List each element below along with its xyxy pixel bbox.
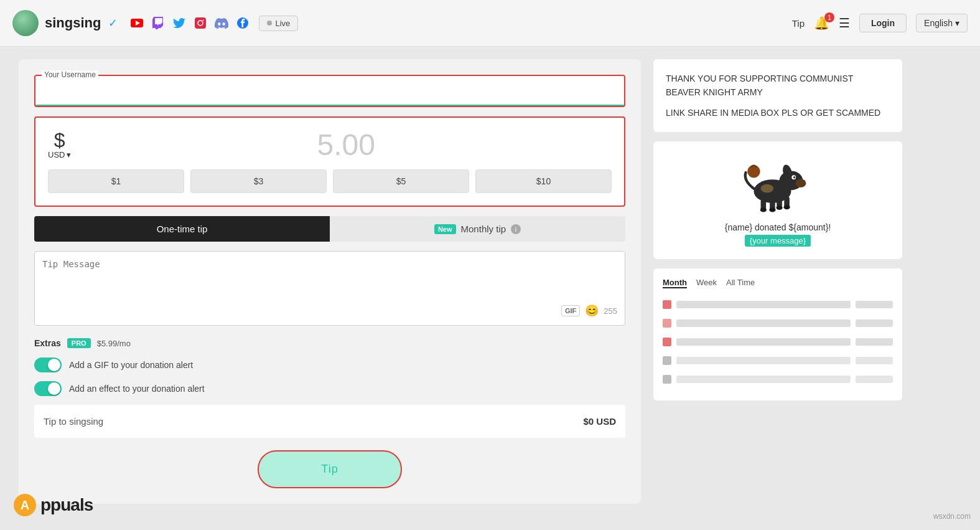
svg-rect-3	[157, 19, 158, 22]
quick-amounts: $1 $3 $5 $10	[48, 169, 612, 193]
lb-row-3	[663, 335, 893, 349]
svg-point-22	[776, 206, 782, 210]
gif-button[interactable]: GIF	[561, 305, 580, 316]
lb-tab-alltime[interactable]: All Time	[726, 278, 755, 288]
lb-name-blur-2	[676, 319, 851, 327]
svg-point-19	[761, 184, 774, 193]
announcement-line1: THANK YOU FOR SUPPORTING COMMUNIST BEAVE…	[666, 72, 890, 100]
mascot-box: {name} donated ${amount}! {your message}	[653, 141, 902, 259]
amount-top: $ USD ▾ 5.00	[48, 130, 612, 160]
avatar	[12, 10, 39, 36]
lb-row-1	[663, 298, 893, 311]
currency-block: $ USD ▾	[48, 130, 71, 159]
donation-template: {name} donated ${amount}! {your message}	[725, 222, 831, 247]
quick-amount-10[interactable]: $10	[475, 169, 612, 193]
svg-rect-4	[195, 17, 206, 29]
announcement-line2: LINK SHARE IN MEDIA BOX PLS OR GET SCAMM…	[666, 106, 890, 120]
notif-badge: 1	[824, 12, 834, 22]
lb-amount-blur-2	[856, 319, 893, 327]
mascot-image	[740, 154, 815, 216]
monthly-tip-button[interactable]: New Monthly tip i	[330, 216, 625, 242]
gif-toggle[interactable]	[34, 357, 62, 372]
effect-toggle-row: Add an effect to your donation alert	[34, 381, 625, 396]
lb-row-2	[663, 316, 893, 330]
effect-toggle[interactable]	[34, 381, 62, 396]
quick-amount-1[interactable]: $1	[48, 169, 184, 193]
menu-icon[interactable]: ☰	[839, 16, 850, 31]
tip-btn-wrap: Tip	[34, 450, 625, 488]
appuals-logo: A ppuals	[12, 493, 93, 518]
svg-rect-2	[159, 19, 161, 22]
live-dot	[267, 21, 272, 26]
lb-rank-dot-4	[663, 356, 671, 365]
tip-button[interactable]: Tip	[258, 450, 401, 488]
watermark-text: wsxdn.com	[933, 512, 971, 521]
tip-message-wrap: GIF 😊 255	[34, 251, 625, 326]
verified-icon: ✓	[108, 16, 118, 30]
twitch-icon[interactable]	[151, 16, 165, 30]
lb-amount-blur-1	[856, 301, 893, 308]
currency-selector[interactable]: USD ▾	[48, 150, 71, 159]
tip-message-input[interactable]	[42, 259, 617, 296]
lb-row-5	[663, 372, 893, 386]
tip-message-actions: GIF 😊 255	[42, 304, 617, 318]
amount-section: $ USD ▾ 5.00 $1 $3 $5 $10	[34, 116, 625, 207]
username-input[interactable]	[35, 76, 624, 106]
svg-point-18	[747, 165, 760, 178]
gif-toggle-label: Add a GIF to your donation alert	[69, 360, 193, 370]
live-badge[interactable]: Live	[259, 16, 298, 31]
leaderboard-tabs: Month Week All Time	[663, 278, 893, 288]
effect-toggle-thumb	[48, 382, 60, 395]
tip-amount-display: $0 USD	[583, 416, 616, 427]
effect-toggle-label: Add an effect to your donation alert	[69, 384, 205, 394]
announcement-text: THANK YOU FOR SUPPORTING COMMUNIST BEAVE…	[666, 72, 890, 120]
twitter-icon[interactable]	[172, 16, 186, 30]
lb-rank-dot-1	[663, 300, 671, 309]
tip-to-row: Tip to singsing $0 USD	[34, 405, 625, 438]
lb-amount-blur-3	[856, 338, 893, 346]
header-left: singsing ✓	[12, 10, 298, 36]
header-right: Tip 🔔 1 ☰ Login English ▾	[792, 14, 968, 32]
username-field-wrap: Your Username	[34, 75, 625, 107]
emoji-button[interactable]: 😊	[585, 304, 599, 318]
currency-chevron-icon: ▾	[67, 150, 71, 159]
notification-icon[interactable]: 🔔 1	[814, 16, 829, 31]
quick-amount-3[interactable]: $3	[190, 169, 327, 193]
youtube-icon[interactable]	[130, 16, 144, 30]
extras-label: Extras	[34, 338, 61, 348]
right-panel: THANK YOU FOR SUPPORTING COMMUNIST BEAVE…	[653, 59, 902, 504]
facebook-icon[interactable]	[236, 16, 250, 30]
lb-rank-dot-5	[663, 375, 671, 384]
gif-toggle-thumb	[48, 359, 60, 371]
dollar-sign-icon: $	[54, 130, 65, 150]
language-button[interactable]: English ▾	[916, 14, 968, 32]
svg-point-21	[769, 208, 775, 212]
left-panel: Your Username $ USD ▾ 5.00 $1 $3 $5 $10	[19, 59, 641, 504]
new-badge: New	[434, 224, 456, 234]
username-field-label: Your Username	[42, 70, 98, 79]
header: singsing ✓	[0, 0, 980, 47]
appuals-text: ppuals	[40, 495, 93, 515]
lb-name-blur-3	[676, 338, 851, 346]
quick-amount-5[interactable]: $5	[333, 169, 469, 193]
one-time-tip-button[interactable]: One-time tip	[34, 216, 330, 242]
pro-price: $5.99/mo	[97, 339, 131, 348]
main-content: Your Username $ USD ▾ 5.00 $1 $3 $5 $10	[0, 47, 980, 516]
lb-rank-dot-3	[663, 338, 671, 346]
tip-link[interactable]: Tip	[792, 18, 805, 29]
mascot-svg	[740, 154, 815, 212]
chevron-down-icon: ▾	[955, 18, 959, 28]
login-button[interactable]: Login	[859, 14, 907, 32]
info-icon[interactable]: i	[511, 224, 521, 234]
lb-tab-month[interactable]: Month	[663, 278, 687, 288]
lb-amount-blur-4	[856, 357, 893, 364]
svg-text:A: A	[21, 498, 29, 512]
char-count: 255	[604, 306, 617, 316]
instagram-icon[interactable]	[194, 16, 207, 30]
amount-display[interactable]: 5.00	[80, 130, 612, 160]
tip-to-label: Tip to singsing	[44, 416, 103, 427]
appuals-icon: A	[12, 493, 37, 518]
lb-tab-week[interactable]: Week	[696, 278, 717, 288]
svg-point-12	[793, 176, 795, 178]
discord-icon[interactable]	[215, 16, 228, 30]
